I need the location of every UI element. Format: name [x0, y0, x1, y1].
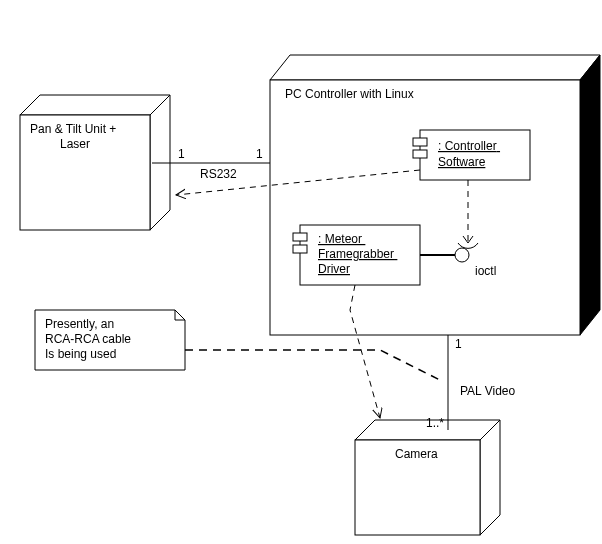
node-pc-controller: PC Controller with Linux: [270, 55, 600, 335]
svg-marker-1: [580, 55, 600, 335]
svg-rect-10: [413, 138, 427, 146]
node-camera: Camera: [355, 420, 500, 535]
assoc-pal-label: PAL Video: [460, 384, 515, 398]
svg-rect-14: [293, 245, 307, 253]
component-controller-software: : Controller Software: [413, 130, 530, 180]
assoc-pal-m-cam: 1..*: [426, 416, 444, 430]
assoc-rs232-m-pc: 1: [256, 147, 263, 161]
interface-ioctl-label: ioctl: [475, 264, 496, 278]
svg-rect-13: [293, 233, 307, 241]
node-pan-tilt: Pan & Tilt Unit + Laser: [20, 95, 170, 230]
assoc-pal-m-pc: 1: [455, 337, 462, 351]
node-camera-label: Camera: [395, 447, 438, 461]
svg-marker-0: [270, 55, 600, 80]
assoc-pal-video: PAL Video 1 1..*: [426, 335, 515, 430]
svg-marker-20: [175, 310, 185, 320]
assoc-rs232-label: RS232: [200, 167, 237, 181]
svg-marker-3: [20, 95, 170, 115]
node-pc-label: PC Controller with Linux: [285, 87, 414, 101]
svg-rect-2: [270, 80, 580, 335]
component-meteor-driver: : Meteor Framegrabber Driver: [293, 225, 420, 285]
svg-marker-7: [480, 420, 500, 535]
svg-rect-11: [413, 150, 427, 158]
assoc-rs232-m-pan: 1: [178, 147, 185, 161]
svg-point-17: [455, 248, 469, 262]
deployment-diagram: PC Controller with Linux Pan & Tilt Unit…: [0, 0, 602, 544]
